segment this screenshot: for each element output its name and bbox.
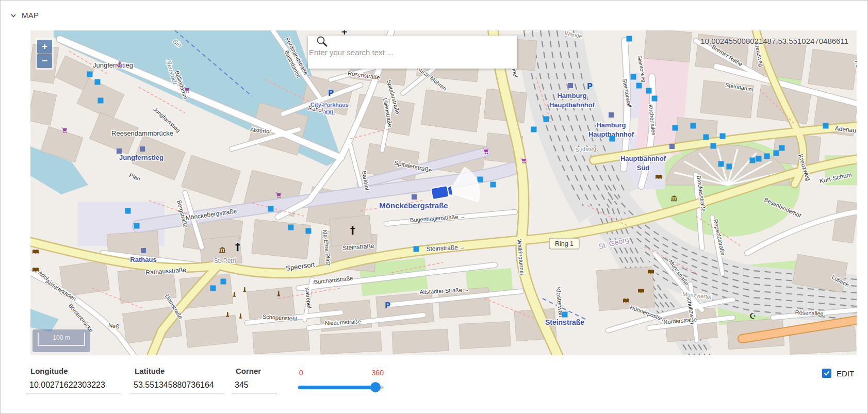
search-icon (316, 36, 327, 47)
map-node[interactable] (727, 164, 732, 170)
book-icon (648, 270, 654, 274)
map-node[interactable] (610, 136, 615, 142)
book-icon (638, 289, 644, 293)
map-node[interactable] (210, 286, 216, 291)
map-node[interactable] (478, 177, 483, 183)
map-node-secondary[interactable] (117, 148, 122, 154)
parking-icon: P (385, 301, 390, 310)
map-node[interactable] (631, 74, 636, 80)
map-node[interactable] (544, 117, 549, 122)
station-label: Jungfernstieg (119, 154, 163, 161)
cross-icon: † (235, 241, 240, 252)
map-node-secondary[interactable] (140, 146, 145, 152)
longitude-input[interactable] (26, 379, 120, 393)
longitude-field: Longitude (26, 367, 120, 393)
station-label: Hamburg (557, 92, 586, 100)
map-node[interactable] (95, 79, 101, 85)
latitude-input[interactable] (130, 379, 223, 393)
check-icon (823, 370, 830, 377)
building (421, 90, 481, 132)
map-node[interactable] (562, 312, 568, 318)
street-label: Reesendammbrücke (111, 129, 173, 137)
slider-max-label: 360 (372, 369, 384, 377)
map-node[interactable] (718, 161, 724, 167)
parking-icon: P (587, 82, 593, 91)
map-node[interactable] (268, 206, 274, 212)
map-node[interactable] (711, 143, 716, 149)
map-node[interactable] (823, 123, 829, 129)
map-svg: JungfernstiegJungfernstiegReesendammbrüc… (30, 30, 857, 355)
corner-input[interactable] (232, 379, 277, 393)
map-node-secondary[interactable] (609, 112, 614, 118)
map-node[interactable] (414, 246, 419, 252)
map-node[interactable] (87, 72, 93, 77)
map-node[interactable] (652, 96, 658, 102)
route-badge: Ring 1 (549, 238, 579, 249)
zoom-in-button[interactable]: + (37, 40, 52, 54)
map-node-secondary[interactable] (568, 83, 573, 88)
chevron-down-icon[interactable] (10, 12, 17, 19)
parking-icon: P (328, 89, 334, 98)
map-node-secondary[interactable] (141, 248, 146, 253)
route-badge-label: Ring 1 (555, 240, 574, 247)
edit-checkbox[interactable] (822, 369, 831, 378)
map-node[interactable] (490, 182, 496, 188)
map-node[interactable] (288, 225, 294, 230)
building (252, 220, 310, 259)
camera-rect (431, 186, 449, 200)
station-label: Süd (637, 164, 650, 172)
map-node[interactable] (756, 156, 762, 162)
map-node[interactable] (125, 208, 131, 214)
map-node[interactable] (691, 123, 696, 129)
map-node[interactable] (720, 134, 726, 139)
building (644, 30, 692, 62)
street-label: Jungfernstieg (93, 61, 133, 69)
building (253, 328, 310, 354)
corner-label: Corner (232, 367, 277, 375)
edit-label: EDIT (837, 369, 854, 378)
map-node-secondary[interactable] (412, 194, 417, 200)
map-node[interactable] (98, 98, 104, 104)
map-node[interactable] (703, 135, 709, 140)
map-node-secondary[interactable] (669, 144, 675, 149)
book-icon (32, 268, 39, 272)
zoom-control: + − (36, 38, 54, 70)
map-node[interactable] (636, 83, 642, 89)
map-canvas[interactable]: JungfernstiegJungfernstiegReesendammbrüc… (30, 30, 857, 355)
map-search-box[interactable] (308, 36, 517, 69)
map-node[interactable] (673, 125, 678, 131)
map-node[interactable] (646, 88, 652, 94)
map-widget-page: MAP JungfernstiegJungfernstiegReesendamm… (0, 0, 868, 414)
building (392, 329, 449, 354)
map-node[interactable] (779, 145, 785, 151)
station-label: XXL (324, 109, 335, 115)
map-node[interactable] (774, 151, 779, 156)
mouse-coordinates-display: 10.002455008021487,53.55102470486611 (700, 37, 848, 45)
section-title: MAP (22, 11, 39, 20)
cross-icon: † (350, 224, 355, 236)
corner-slider-thumb[interactable] (370, 382, 381, 392)
map-node[interactable] (764, 154, 770, 159)
map-node[interactable] (750, 158, 756, 163)
scale-bar-label: 100 m (38, 333, 85, 346)
map-node[interactable] (627, 36, 632, 42)
map-node[interactable] (221, 279, 226, 285)
longitude-label: Longitude (26, 367, 120, 375)
scale-bar: 100 m (32, 329, 90, 352)
map-node[interactable] (134, 223, 140, 229)
search-input[interactable] (308, 47, 517, 57)
latitude-field: Latitude (130, 367, 223, 393)
corner-slider-fill (298, 386, 375, 389)
station-label: Hamburg (596, 121, 626, 129)
building (185, 315, 238, 347)
station-label: Hauptbahnhof (549, 101, 595, 109)
zoom-out-button[interactable]: − (37, 54, 52, 68)
latitude-label: Latitude (130, 367, 223, 375)
map-node[interactable] (531, 127, 537, 133)
slider-min-label: 0 (299, 369, 303, 377)
map-section-header[interactable]: MAP (10, 11, 39, 20)
building (808, 49, 857, 90)
station-label: Steinstraße (545, 318, 584, 326)
map-node[interactable] (306, 228, 312, 234)
building (596, 267, 654, 310)
